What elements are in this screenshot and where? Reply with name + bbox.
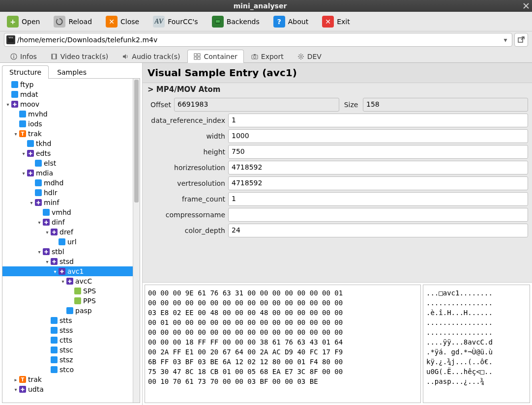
tree-node-label: stsz: [59, 356, 73, 364]
tree-node-label: ctts: [59, 336, 72, 344]
tree-node-trak[interactable]: ▸Ttrak: [2, 375, 140, 384]
tree-node-ctts[interactable]: ctts: [2, 335, 140, 345]
tree-node-tkhd[interactable]: tkhd: [2, 139, 140, 148]
tree-node-elst[interactable]: elst: [2, 158, 140, 168]
hex-ascii[interactable]: ...□avc1........ ................ .è.î.H…: [423, 285, 530, 403]
tree-node-stco[interactable]: stco: [2, 365, 140, 375]
detail-title: Visual Sample Entry (avc1): [143, 63, 532, 83]
tree-node-avc1[interactable]: ▾✚avc1: [2, 266, 140, 276]
close-button[interactable]: ✕ Close: [103, 14, 142, 29]
left-tab-structure[interactable]: Structure: [2, 65, 49, 79]
tree-node-iods[interactable]: iods: [2, 119, 140, 129]
leaf-atom-icon: [59, 238, 65, 245]
tree-node-stss[interactable]: stss: [2, 325, 140, 335]
field-value: [228, 208, 528, 222]
hex-bytes[interactable]: 00 00 00 9E 61 76 63 31 00 00 00 00 00 0…: [145, 285, 421, 403]
tree-node-label: elst: [44, 159, 56, 167]
tree-node-dref[interactable]: ▾✚dref: [2, 227, 140, 237]
tree-node-moov[interactable]: ▾✚moov: [2, 99, 140, 109]
expand-toggle-icon[interactable]: ▾: [59, 279, 66, 284]
path-dropdown-icon[interactable]: ▾: [501, 36, 510, 44]
tree-node-trak[interactable]: ▾Ttrak: [2, 129, 140, 139]
expand-toggle-icon[interactable]: ▾: [12, 131, 19, 137]
tree-node-label: SPS: [83, 287, 96, 295]
leaf-atom-icon: [11, 91, 18, 98]
tree-node-label: stts: [59, 317, 72, 324]
leaf-atom-icon: [19, 120, 26, 127]
tree-scrollbar[interactable]: [133, 79, 140, 403]
tree-node-mdhd[interactable]: mdhd: [2, 178, 140, 188]
tree-node-stsc[interactable]: stsc: [2, 345, 140, 355]
tab-infos[interactable]: Infos: [4, 50, 43, 63]
expand-toggle-icon[interactable]: ▾: [28, 200, 35, 205]
expand-toggle-icon[interactable]: ▾: [4, 102, 11, 107]
reload-button[interactable]: Reload: [51, 14, 95, 29]
tree-node-avcC[interactable]: ▾✚avcC: [2, 276, 140, 286]
tree-node-dinf[interactable]: ▾✚dinf: [2, 217, 140, 227]
svg-rect-2: [8, 38, 14, 42]
tree-node-mdia[interactable]: ▾✚mdia: [2, 168, 140, 178]
tree-node-label: iods: [28, 120, 42, 128]
backends-button[interactable]: Backends: [209, 14, 263, 29]
tab-video-tracks[interactable]: Video track(s): [44, 50, 115, 63]
field-label: frame_count: [147, 195, 225, 203]
expand-toggle-icon[interactable]: ▾: [36, 220, 43, 225]
tree-node-stsz[interactable]: stsz: [2, 355, 140, 365]
tree-node-label: mdat: [20, 90, 38, 98]
tree-node-mvhd[interactable]: mvhd: [2, 109, 140, 119]
filepath-box[interactable]: ▾: [4, 33, 512, 47]
tree-node-udta[interactable]: ▾✚udta: [2, 384, 140, 394]
tree-node-pasp[interactable]: pasp: [2, 306, 140, 316]
tree-node-stts[interactable]: stts: [2, 316, 140, 325]
tree-node-stsd[interactable]: ▾✚stsd: [2, 257, 140, 266]
tree-node-mdat[interactable]: mdat: [2, 89, 140, 99]
tree-node-url[interactable]: url: [2, 237, 140, 247]
expand-toggle-icon[interactable]: ▾: [36, 249, 43, 255]
expand-toggle-icon[interactable]: ▾: [20, 171, 27, 176]
leaf-atom-icon: [35, 160, 42, 167]
tree-node-label: stss: [59, 326, 73, 334]
svg-rect-11: [198, 54, 200, 56]
expand-toggle-icon[interactable]: ▾: [44, 259, 51, 264]
tree-node-label: mdia: [36, 169, 53, 177]
size-label: Size: [342, 101, 360, 109]
leaf-atom-icon: [51, 317, 58, 324]
filepath-input[interactable]: [17, 36, 501, 44]
tab-audio-tracks[interactable]: Audio track(s): [116, 50, 186, 63]
tree-node-vmhd[interactable]: vmhd: [2, 207, 140, 217]
field-row-vertresolution: vertresolution4718592: [147, 176, 528, 190]
expand-toggle-icon[interactable]: ▾: [12, 387, 19, 392]
svg-rect-1: [216, 20, 220, 23]
left-tabstrip: Structure Samples: [2, 65, 140, 79]
expand-toggle-icon[interactable]: ▾: [52, 269, 59, 274]
fourcc-button[interactable]: AV FourCC's: [150, 14, 201, 29]
tree-node-edts[interactable]: ▾✚edts: [2, 148, 140, 158]
atom-tree[interactable]: ftypmdat▾✚moovmvhdiods▾Ttraktkhd▾✚edtsel…: [2, 79, 140, 403]
tree-node-ftyp[interactable]: ftyp: [2, 80, 140, 89]
container-atom-icon: ✚: [43, 248, 50, 255]
expand-toggle-icon[interactable]: ▸: [12, 377, 19, 382]
expand-toggle-icon[interactable]: ▾: [20, 151, 27, 156]
left-tab-samples[interactable]: Samples: [50, 65, 94, 79]
tab-dev[interactable]: DEV: [291, 50, 328, 63]
tree-node-hdlr[interactable]: hdlr: [2, 188, 140, 198]
tree-node-stbl[interactable]: ▾✚stbl: [2, 247, 140, 257]
about-button[interactable]: ? About: [270, 14, 311, 29]
open-button[interactable]: + Open: [4, 14, 43, 29]
tree-node-SPS[interactable]: SPS: [2, 286, 140, 296]
expand-toggle-icon[interactable]: ▾: [44, 230, 51, 235]
tree-node-label: avcC: [75, 277, 92, 285]
leaf-atom-icon: [51, 366, 58, 373]
field-label: height: [147, 148, 225, 156]
tree-node-minf[interactable]: ▾✚minf: [2, 198, 140, 207]
exit-button[interactable]: ✕ Exit: [319, 14, 353, 29]
tab-container[interactable]: Container: [187, 50, 243, 63]
tree-node-PPS[interactable]: PPS: [2, 296, 140, 306]
open-external-button[interactable]: [514, 33, 528, 47]
window-close-button[interactable]: [520, 0, 532, 12]
titlebar: mini_analyser: [0, 0, 532, 12]
field-label: horizresolution: [147, 164, 225, 172]
plus-icon: +: [7, 16, 19, 28]
field-row-data_reference_index: data_reference_index1: [147, 114, 528, 127]
tab-export[interactable]: Export: [245, 50, 290, 63]
